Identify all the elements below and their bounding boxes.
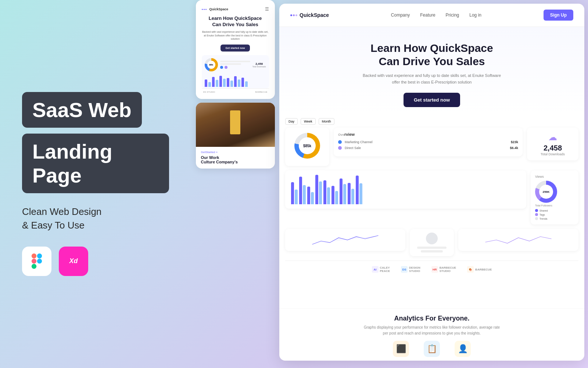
bar-blue-4: [319, 181, 322, 204]
mobile-hero-title: Learn How QuickSpaceCan Drive You Sales: [202, 15, 269, 28]
legend-dot-marketing: [338, 140, 342, 144]
bar-group-5: [323, 180, 330, 204]
svg-rect-2: [32, 259, 36, 263]
legend-value-marketing: $23k: [511, 140, 518, 144]
analytics-subtitle: Graphs displaying your performance for m…: [362, 325, 502, 336]
mobile-logo-text: QuickSpace: [209, 7, 229, 11]
bar-chart-widget: [285, 170, 526, 209]
logo-barbecue-hr: HR BARBECUESTUDIO: [431, 266, 456, 273]
mobile-card-header: QuickSpace ☰: [202, 7, 269, 12]
mobile-logo: QuickSpace: [202, 7, 229, 11]
bar-group-6: [331, 186, 338, 204]
feature-box-3: 👤: [455, 341, 471, 357]
logo-dot-3: [295, 14, 297, 16]
line-charts-row: [285, 229, 578, 256]
bar-blue-9: [359, 183, 362, 204]
nav-company[interactable]: Company: [391, 13, 410, 18]
svg-rect-4: [32, 264, 36, 269]
hamburger-icon: ☰: [265, 7, 269, 12]
bar-purple-8: [348, 183, 351, 204]
logo-caley: AI CALEYPEACE: [372, 266, 390, 273]
nav-feature[interactable]: Feature: [420, 13, 435, 18]
dashboard-tabs: Day Week Month: [285, 118, 578, 125]
desktop-hero-subtitle: Backed with vast experience and fully up…: [362, 72, 502, 85]
bar-purple-1: [291, 182, 294, 204]
bar-purple-9: [356, 176, 359, 204]
views-widget: Views 259K Total Followers Shared Tags: [531, 170, 578, 224]
metric-bar-2: [421, 250, 443, 252]
analytics-section: Analytics For Everyone. Graphs displayin…: [279, 308, 584, 361]
bar-purple-2: [299, 177, 302, 204]
line-chart-2: [458, 229, 578, 251]
barbecue-icon: 🍖: [467, 266, 474, 273]
signup-button[interactable]: Sign Up: [544, 10, 573, 21]
mobile-card-2: GetStarted » Our Work Culture Company's: [196, 103, 275, 169]
feature-box-1: ⬛: [393, 341, 409, 357]
legend-row-2: Direct Sale $6.4k: [338, 146, 518, 150]
bar-group-2: [299, 177, 306, 204]
footer-logo-left: DS STUDIO: [203, 91, 215, 93]
design-label: DESIGNSTUDIO: [409, 266, 420, 273]
desktop-nav-links: Company Feature Pricing Log in: [391, 13, 481, 18]
tab-month[interactable]: Month: [319, 118, 334, 125]
legend-value-direct: $6.4k: [510, 146, 518, 150]
logos-strip: AI CALEYPEACE DS DESIGNSTUDIO HR BARBECU…: [285, 261, 578, 276]
donut-widget: $85k: [285, 128, 329, 166]
get-started-link[interactable]: GetStarted »: [201, 151, 270, 154]
dashboard-preview: Day Week Month $85k Overview: [279, 114, 584, 308]
views-sublabel: Total Followers: [535, 204, 574, 207]
feature-icon-user: 👤: [458, 344, 468, 354]
legend-row-1: Marketing Channel $23k: [338, 140, 518, 144]
bar-blue-7: [343, 184, 346, 204]
feature-icon-2: 📋: [424, 341, 440, 357]
desktop-hero: Learn How QuickSpace Can Drive You Sales…: [279, 27, 584, 114]
mobile-hero-subtitle: Backed with vast experience and fully up…: [202, 30, 269, 41]
title-saas: SaaS Web: [22, 92, 142, 128]
barbecue-label: BARBECUE: [475, 268, 492, 271]
bar-group-7: [340, 178, 346, 204]
card2-image: [196, 103, 275, 147]
footer-logo-right: BARBECUE: [255, 91, 267, 93]
desktop-logo-text: QuickSpace: [300, 12, 329, 18]
line-svg-2: [463, 233, 574, 247]
logo-dots: [290, 14, 297, 16]
subtitle-text: Clean Web Design & Easy To Use: [22, 205, 169, 232]
downloads-number: 2,458: [544, 144, 562, 152]
metric-card-middle: [410, 229, 454, 256]
nav-pricing[interactable]: Pricing: [446, 13, 459, 18]
feature-icon-doc: 📋: [427, 344, 437, 354]
line-chart-1: [285, 229, 405, 251]
nav-login[interactable]: Log in: [469, 13, 481, 18]
mobile-card-footer: DS STUDIO BARBECUE: [202, 88, 269, 94]
xd-icon: Xd: [59, 247, 88, 276]
widgets-row-1: $85k Overview Marketing Channel $23k: [285, 128, 578, 166]
bar-blue-1: [295, 190, 298, 204]
bar-purple-7: [340, 178, 343, 204]
bar-purple-3: [307, 187, 310, 204]
bar-group-8: [348, 183, 354, 204]
bar-group-4: [315, 175, 322, 204]
bar-group-1: [291, 182, 298, 204]
feature-icon-1: ⬛: [393, 341, 409, 357]
bar-blue-3: [311, 192, 314, 204]
tab-week[interactable]: Week: [301, 118, 316, 125]
mobile-cta-button[interactable]: Get started now: [220, 45, 250, 52]
card2-content: GetStarted » Our Work Culture Company's: [196, 147, 275, 169]
right-panel: QuickSpace Company Feature Pricing Log i…: [279, 0, 588, 368]
logo-barbecue: 🍖 BARBECUE: [467, 266, 492, 273]
barbecue-hr-label: BARBECUESTUDIO: [440, 266, 456, 273]
legend-label-marketing: Marketing Channel: [345, 140, 373, 144]
desktop-navbar: QuickSpace Company Feature Pricing Log i…: [279, 4, 584, 27]
feature-icons-row: ⬛ 📋 👤: [290, 341, 573, 357]
desktop-cta-button[interactable]: Get started now: [404, 93, 460, 107]
tool-icons-row: Xd: [22, 247, 169, 276]
caley-icon: AI: [372, 266, 379, 273]
title-block: SaaS Web Landing Page: [22, 92, 169, 193]
center-panel: QuickSpace ☰ Learn How QuickSpaceCan Dri…: [191, 0, 279, 368]
feature-box-2: 📋: [424, 341, 440, 357]
figma-icon: [22, 247, 51, 276]
bar-chart: [290, 175, 522, 204]
bar-purple-6: [331, 186, 334, 204]
tab-day[interactable]: Day: [285, 118, 298, 125]
caley-label: CALEYPEACE: [380, 266, 390, 273]
